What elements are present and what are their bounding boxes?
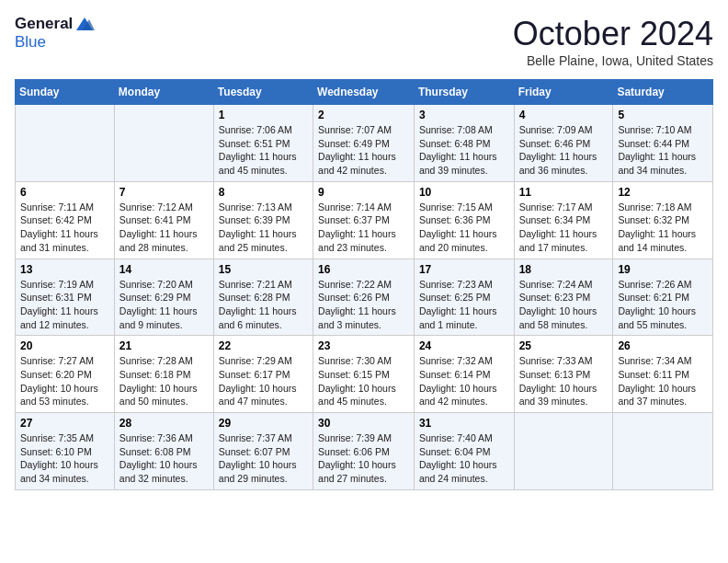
calendar-cell: 31Sunrise: 7:40 AMSunset: 6:04 PMDayligh… [414,413,514,490]
calendar-cell: 26Sunrise: 7:34 AMSunset: 6:11 PMDayligh… [613,336,713,413]
calendar-cell: 8Sunrise: 7:13 AMSunset: 6:39 PMDaylight… [213,181,313,259]
logo: General Blue [15,15,95,52]
day-detail: Sunrise: 7:35 AMSunset: 6:10 PMDaylight:… [20,431,109,486]
day-detail: Sunrise: 7:34 AMSunset: 6:11 PMDaylight:… [618,354,708,408]
weekday-header-row: SundayMondayTuesdayWednesdayThursdayFrid… [16,80,713,105]
weekday-header-wednesday: Wednesday [313,80,415,105]
weekday-header-sunday: Sunday [16,80,115,105]
calendar-cell: 29Sunrise: 7:37 AMSunset: 6:07 PMDayligh… [213,413,313,490]
logo-blue: Blue [15,33,46,51]
calendar-cell [114,105,213,182]
day-number: 16 [318,263,409,276]
calendar-cell: 14Sunrise: 7:20 AMSunset: 6:29 PMDayligh… [114,259,213,336]
day-detail: Sunrise: 7:40 AMSunset: 6:04 PMDaylight:… [419,431,509,486]
calendar-cell: 27Sunrise: 7:35 AMSunset: 6:10 PMDayligh… [16,413,115,490]
weekday-header-thursday: Thursday [414,80,514,105]
calendar-cell: 30Sunrise: 7:39 AMSunset: 6:06 PMDayligh… [313,413,415,490]
weekday-header-saturday: Saturday [613,80,713,105]
day-detail: Sunrise: 7:08 AMSunset: 6:48 PMDaylight:… [419,123,509,178]
day-number: 3 [419,109,509,121]
day-number: 2 [318,109,409,121]
day-detail: Sunrise: 7:29 AMSunset: 6:17 PMDaylight:… [219,354,308,408]
calendar-week-row: 27Sunrise: 7:35 AMSunset: 6:10 PMDayligh… [16,413,713,490]
day-detail: Sunrise: 7:18 AMSunset: 6:32 PMDaylight:… [618,201,708,255]
day-number: 20 [20,339,109,352]
day-detail: Sunrise: 7:32 AMSunset: 6:14 PMDaylight:… [419,354,509,408]
day-number: 5 [618,109,708,121]
calendar-cell: 2Sunrise: 7:07 AMSunset: 6:49 PMDaylight… [313,105,415,182]
day-number: 23 [318,339,409,352]
calendar-cell: 24Sunrise: 7:32 AMSunset: 6:14 PMDayligh… [414,336,514,413]
calendar-cell: 22Sunrise: 7:29 AMSunset: 6:17 PMDayligh… [213,336,313,413]
day-number: 25 [519,339,609,352]
day-detail: Sunrise: 7:11 AMSunset: 6:42 PMDaylight:… [20,201,109,255]
day-number: 7 [119,186,209,199]
day-detail: Sunrise: 7:26 AMSunset: 6:21 PMDaylight:… [618,278,708,332]
calendar-table: SundayMondayTuesdayWednesdayThursdayFrid… [15,79,713,490]
day-detail: Sunrise: 7:13 AMSunset: 6:39 PMDaylight:… [219,201,308,255]
day-detail: Sunrise: 7:21 AMSunset: 6:28 PMDaylight:… [219,278,308,332]
calendar-week-row: 13Sunrise: 7:19 AMSunset: 6:31 PMDayligh… [16,259,713,336]
calendar-cell: 25Sunrise: 7:33 AMSunset: 6:13 PMDayligh… [514,336,613,413]
day-detail: Sunrise: 7:37 AMSunset: 6:07 PMDaylight:… [219,431,308,486]
location-title: Belle Plaine, Iowa, United States [513,53,713,68]
day-detail: Sunrise: 7:10 AMSunset: 6:44 PMDaylight:… [618,123,708,178]
weekday-header-monday: Monday [114,80,213,105]
calendar-cell: 23Sunrise: 7:30 AMSunset: 6:15 PMDayligh… [313,336,415,413]
day-number: 6 [20,186,109,199]
calendar-cell: 3Sunrise: 7:08 AMSunset: 6:48 PMDaylight… [414,105,514,182]
day-detail: Sunrise: 7:17 AMSunset: 6:34 PMDaylight:… [519,201,609,255]
day-detail: Sunrise: 7:39 AMSunset: 6:06 PMDaylight:… [318,431,409,486]
day-detail: Sunrise: 7:23 AMSunset: 6:25 PMDaylight:… [419,278,509,332]
day-number: 18 [519,263,609,276]
day-number: 10 [419,186,509,199]
day-number: 12 [618,186,708,199]
calendar-cell: 20Sunrise: 7:27 AMSunset: 6:20 PMDayligh… [16,336,115,413]
day-number: 14 [119,263,209,276]
calendar-cell: 16Sunrise: 7:22 AMSunset: 6:26 PMDayligh… [313,259,415,336]
day-number: 11 [519,186,609,199]
calendar-cell: 7Sunrise: 7:12 AMSunset: 6:41 PMDaylight… [114,181,213,259]
day-detail: Sunrise: 7:06 AMSunset: 6:51 PMDaylight:… [219,123,308,178]
day-number: 31 [419,417,509,430]
day-number: 26 [618,339,708,352]
page-header: General Blue October 2024 Belle Plaine, … [15,15,713,68]
calendar-cell: 19Sunrise: 7:26 AMSunset: 6:21 PMDayligh… [613,259,713,336]
day-number: 21 [119,339,209,352]
calendar-cell: 5Sunrise: 7:10 AMSunset: 6:44 PMDaylight… [613,105,713,182]
calendar-cell: 17Sunrise: 7:23 AMSunset: 6:25 PMDayligh… [414,259,514,336]
day-detail: Sunrise: 7:14 AMSunset: 6:37 PMDaylight:… [318,201,409,255]
logo-general: General [15,15,73,33]
calendar-cell: 10Sunrise: 7:15 AMSunset: 6:36 PMDayligh… [414,181,514,259]
day-number: 17 [419,263,509,276]
day-number: 24 [419,339,509,352]
calendar-cell: 12Sunrise: 7:18 AMSunset: 6:32 PMDayligh… [613,181,713,259]
calendar-cell: 11Sunrise: 7:17 AMSunset: 6:34 PMDayligh… [514,181,613,259]
day-number: 1 [219,109,308,121]
day-detail: Sunrise: 7:33 AMSunset: 6:13 PMDaylight:… [519,354,609,408]
calendar-cell [613,413,713,490]
day-number: 9 [318,186,409,199]
calendar-week-row: 1Sunrise: 7:06 AMSunset: 6:51 PMDaylight… [16,105,713,182]
day-number: 30 [318,417,409,430]
day-number: 22 [219,339,308,352]
day-detail: Sunrise: 7:28 AMSunset: 6:18 PMDaylight:… [119,354,209,408]
day-detail: Sunrise: 7:30 AMSunset: 6:15 PMDaylight:… [318,354,409,408]
calendar-cell [16,105,115,182]
calendar-cell: 18Sunrise: 7:24 AMSunset: 6:23 PMDayligh… [514,259,613,336]
day-detail: Sunrise: 7:36 AMSunset: 6:08 PMDaylight:… [119,431,209,486]
day-number: 13 [20,263,109,276]
calendar-cell: 21Sunrise: 7:28 AMSunset: 6:18 PMDayligh… [114,336,213,413]
day-detail: Sunrise: 7:27 AMSunset: 6:20 PMDaylight:… [20,354,109,408]
day-number: 8 [219,186,308,199]
day-number: 4 [519,109,609,121]
calendar-cell: 9Sunrise: 7:14 AMSunset: 6:37 PMDaylight… [313,181,415,259]
day-detail: Sunrise: 7:19 AMSunset: 6:31 PMDaylight:… [20,278,109,332]
day-number: 29 [219,417,308,430]
calendar-cell: 28Sunrise: 7:36 AMSunset: 6:08 PMDayligh… [114,413,213,490]
day-number: 19 [618,263,708,276]
day-detail: Sunrise: 7:20 AMSunset: 6:29 PMDaylight:… [119,278,209,332]
weekday-header-tuesday: Tuesday [213,80,313,105]
day-number: 15 [219,263,308,276]
calendar-cell: 1Sunrise: 7:06 AMSunset: 6:51 PMDaylight… [213,105,313,182]
